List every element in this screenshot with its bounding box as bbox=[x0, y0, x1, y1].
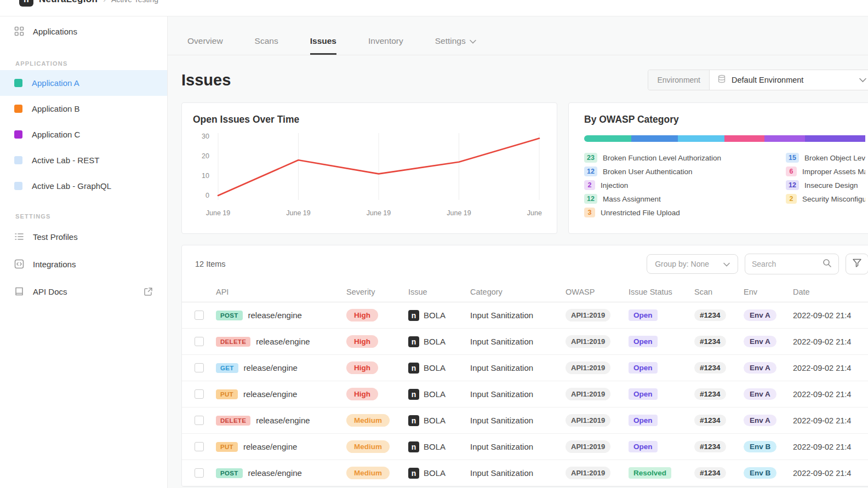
issue-status-pill: Open bbox=[629, 441, 658, 452]
owasp-category-label: Injection bbox=[601, 181, 628, 190]
sidebar-item-application-a[interactable]: Application A bbox=[0, 70, 167, 96]
table-row: POSTrelease/engine Medium nBOLA Input Sa… bbox=[182, 460, 868, 486]
owasp-legend-item[interactable]: 2 Security Misconfiguration bbox=[786, 194, 865, 204]
row-checkbox[interactable] bbox=[195, 416, 204, 425]
scan-link-pill[interactable]: #1234 bbox=[694, 388, 726, 400]
column-header-category[interactable]: Category bbox=[470, 288, 566, 296]
issue-status-pill: Open bbox=[629, 336, 658, 347]
issue-category: Input Sanitization bbox=[470, 416, 566, 425]
brand-logo-icon[interactable]: n bbox=[19, 0, 33, 7]
sidebar-item-application-b[interactable]: Application B bbox=[0, 96, 167, 122]
owasp-legend-item[interactable]: 6 Improper Assets Management bbox=[786, 167, 865, 176]
owasp-category-label: Insecure Design bbox=[804, 181, 858, 190]
tab-scans[interactable]: Scans bbox=[255, 36, 278, 55]
svg-text:June 19: June 19 bbox=[206, 209, 231, 217]
row-checkbox[interactable] bbox=[195, 442, 204, 451]
issue-category: Input Sanitization bbox=[470, 389, 566, 399]
integrations-code-icon bbox=[14, 259, 24, 269]
group-by-dropdown[interactable]: Group by: None bbox=[647, 254, 738, 274]
sidebar-item-application-c[interactable]: Application C bbox=[0, 122, 167, 147]
column-header-scan[interactable]: Scan bbox=[694, 288, 744, 296]
column-header-date[interactable]: Date bbox=[793, 288, 868, 296]
column-header-owasp[interactable]: OWASP bbox=[566, 288, 629, 296]
external-link-icon[interactable] bbox=[144, 287, 153, 296]
search-input[interactable] bbox=[752, 260, 823, 268]
issue-name[interactable]: BOLA bbox=[424, 363, 446, 372]
scan-link-pill[interactable]: #1234 bbox=[694, 309, 726, 321]
owasp-bar-segment bbox=[805, 135, 865, 142]
issue-name[interactable]: BOLA bbox=[424, 468, 446, 478]
column-header-issue-status[interactable]: Issue Status bbox=[629, 288, 694, 296]
sidebar-item-api-docs[interactable]: API Docs bbox=[0, 278, 167, 305]
issue-category: Input Sanitization bbox=[470, 311, 566, 320]
http-method-badge: PUT bbox=[216, 442, 238, 452]
owasp-legend-item[interactable]: 23 Broken Function Level Authorization bbox=[584, 153, 786, 163]
column-header-api[interactable]: API bbox=[216, 288, 346, 296]
svg-text:June 19: June 19 bbox=[367, 209, 391, 217]
issue-status-pill: Open bbox=[629, 388, 658, 400]
owasp-stacked-bar bbox=[584, 135, 865, 142]
breadcrumb-separator: › bbox=[103, 0, 106, 4]
search-icon[interactable] bbox=[823, 259, 832, 270]
http-method-badge: DELETE bbox=[216, 416, 250, 426]
severity-pill: High bbox=[346, 335, 378, 348]
owasp-count-badge: 2 bbox=[786, 194, 797, 204]
sidebar-item-integrations[interactable]: Integrations bbox=[0, 250, 167, 278]
sidebar-item-applications[interactable]: Applications bbox=[0, 16, 167, 46]
owasp-legend-item[interactable]: 12 Broken User Authentication bbox=[584, 167, 786, 176]
funnel-icon bbox=[852, 258, 862, 270]
column-header-severity[interactable]: Severity bbox=[346, 288, 408, 296]
issue-category: Input Sanitization bbox=[470, 363, 566, 372]
scan-link-pill[interactable]: #1234 bbox=[694, 362, 726, 374]
filter-button[interactable] bbox=[846, 254, 868, 274]
scan-link-pill[interactable]: #1234 bbox=[694, 441, 726, 452]
issue-date: 2022-09-02 21:4 bbox=[793, 416, 868, 425]
issue-name[interactable]: BOLA bbox=[424, 311, 446, 320]
sidebar-item-test-profiles[interactable]: Test Profiles bbox=[0, 223, 167, 250]
svg-text:10: 10 bbox=[202, 172, 209, 180]
integrations-label: Integrations bbox=[33, 260, 76, 269]
tab-settings[interactable]: Settings bbox=[435, 36, 476, 55]
scan-link-pill[interactable]: #1234 bbox=[694, 336, 726, 347]
tab-overview[interactable]: Overview bbox=[187, 36, 223, 55]
applications-section-label: APPLICATIONS bbox=[0, 46, 167, 70]
environment-dropdown[interactable]: Default Environment bbox=[710, 70, 868, 90]
severity-pill: Medium bbox=[346, 414, 390, 427]
owasp-legend-item[interactable]: 3 Unrestricted File Upload bbox=[584, 208, 786, 217]
svg-text:30: 30 bbox=[202, 133, 209, 140]
tab-inventory[interactable]: Inventory bbox=[368, 36, 403, 55]
scan-link-pill[interactable]: #1234 bbox=[694, 467, 726, 479]
tab-issues[interactable]: Issues bbox=[310, 36, 336, 55]
column-header-env[interactable]: Env bbox=[744, 288, 793, 296]
issue-name[interactable]: BOLA bbox=[424, 337, 446, 346]
row-checkbox[interactable] bbox=[195, 311, 204, 320]
sidebar-item-active-lab-graphql[interactable]: Active Lab - GraphQL bbox=[0, 173, 167, 199]
owasp-legend-item[interactable]: 12 Mass Assignment bbox=[584, 194, 786, 204]
scan-link-pill[interactable]: #1234 bbox=[694, 415, 726, 426]
owasp-legend-item[interactable]: 12 Insecure Design bbox=[786, 180, 865, 190]
owasp-legend-item[interactable]: 15 Broken Object Level Authorization bbox=[786, 153, 865, 163]
row-checkbox[interactable] bbox=[195, 337, 204, 346]
owasp-card-title: By OWASP Category bbox=[584, 114, 865, 125]
row-checkbox[interactable] bbox=[195, 363, 204, 372]
env-pill: Env A bbox=[744, 415, 776, 426]
sidebar-item-active-lab-rest[interactable]: Active Lab - REST bbox=[0, 147, 167, 173]
main-content: Overview Scans Issues Inventory Settings… bbox=[168, 16, 868, 488]
api-path: release/engine bbox=[248, 311, 302, 320]
owasp-legend-item[interactable]: 2 Injection bbox=[584, 180, 786, 190]
issue-vendor-icon: n bbox=[408, 468, 419, 479]
topbar: n NeuraLegion › Active Testing bbox=[0, 0, 868, 16]
owasp-pill: API1:2019 bbox=[566, 309, 610, 321]
breadcrumb[interactable]: Active Testing bbox=[111, 0, 158, 4]
issue-name[interactable]: BOLA bbox=[424, 416, 446, 425]
brand-wordmark[interactable]: NeuraLegion bbox=[39, 0, 98, 5]
owasp-category-label: Improper Assets Management bbox=[802, 168, 865, 176]
issue-date: 2022-09-02 21:4 bbox=[793, 337, 868, 346]
issue-name[interactable]: BOLA bbox=[424, 389, 446, 399]
column-header-issue[interactable]: Issue bbox=[408, 288, 470, 296]
row-checkbox[interactable] bbox=[195, 468, 204, 478]
owasp-pill: API1:2019 bbox=[566, 467, 610, 479]
issue-name[interactable]: BOLA bbox=[424, 442, 446, 451]
row-checkbox[interactable] bbox=[195, 389, 204, 399]
svg-text:June 19: June 19 bbox=[286, 209, 311, 217]
